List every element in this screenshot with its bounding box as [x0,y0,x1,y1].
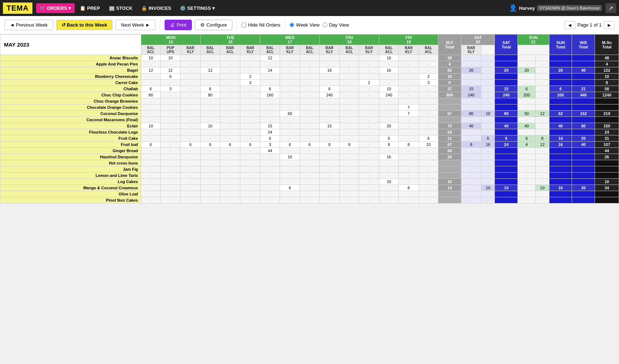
table-cell: 6 [201,142,220,148]
table-cell: 80 [141,92,160,98]
table-cell: - [461,197,481,203]
table-row: Ginger Bread------44--------44----44 [0,148,619,154]
table-cell: 12 [141,67,160,74]
sat-total-cell: 20 [495,67,518,74]
table-cell: - [340,154,359,160]
logout-button[interactable]: ↗ [606,3,616,13]
table-cell: - [220,135,240,142]
table-cell: - [220,148,240,154]
msn-total-cell: 1240 [595,92,619,98]
table-cell: - [280,67,300,74]
table-cell: 8 [319,142,339,148]
table-row: Coconut Dacquoise-------60-----7-6780109… [0,111,619,117]
table-cell: - [359,123,379,129]
table-cell: - [161,98,180,104]
table-cell: - [201,166,220,173]
we-total-cell [572,179,595,185]
table-cell: - [359,179,379,185]
product-name: Flourless Chocolate Logs [0,129,141,135]
hide-nil-label[interactable]: Hide Nil Orders [241,22,280,28]
table-cell: 40 [461,123,481,129]
table-cell: - [340,197,359,203]
table-cell: - [536,173,549,179]
msn-total-cell [595,104,619,111]
table-cell: - [280,166,300,173]
nav-invoices[interactable]: 🔒 INVOICES [138,3,175,13]
table-cell: - [419,173,438,179]
table-cell: - [220,166,240,173]
table-cell: - [359,92,379,98]
msn-total-cell: 122 [595,67,619,74]
product-name: Eclair [0,123,141,129]
next-week-button[interactable]: Next Week ► [115,20,155,30]
table-cell: - [319,74,339,80]
nav-prep[interactable]: 📋 PREP [76,3,103,13]
week-view-radio[interactable] [289,23,294,27]
thu-bal-acl: BALACL [300,45,319,55]
mf-total-cell: 4 [438,61,461,67]
table-cell: - [319,191,339,197]
table-cell: - [141,185,160,191]
table-cell: 7 [399,104,419,111]
table-cell: - [300,185,319,191]
table-cell: - [220,104,240,111]
table-cell: - [461,98,481,104]
user-name: Harvey [519,5,535,11]
table-cell: - [536,86,549,92]
nav-stock[interactable]: 🏢 STOCK [105,3,136,13]
we-total-cell: 40 [572,142,595,148]
table-cell: 6 [161,74,180,80]
table-cell: - [180,92,200,98]
table-cell: - [461,129,481,135]
sun-total-header: SUNTotal [549,35,572,55]
table-cell: - [260,111,280,117]
table-cell: - [141,129,160,135]
prev-week-button[interactable]: ◄ Previous Week [4,20,53,30]
table-cell: - [280,148,300,154]
nav-settings[interactable]: ⚙️ SETTINGS ▾ [176,3,218,13]
tue-header: TUE16 [201,35,260,45]
mf-total-cell: 67 [438,111,461,117]
table-cell: - [161,117,180,123]
table-cell: - [300,92,319,98]
table-cell: - [201,160,220,166]
table-cell: - [260,80,280,86]
nav-orders[interactable]: 🛒 ORDERS ▾ [36,3,75,13]
prep-icon: 📋 [80,5,86,11]
wed-bal-acl: BALACL [260,45,280,55]
table-cell: 6 [220,142,240,148]
table-cell: - [481,74,495,80]
table-cell: - [220,111,240,117]
we-total-cell [572,166,595,173]
table-cell: - [280,191,300,197]
day-view-label[interactable]: Day View [323,22,349,28]
we-total-cell [572,104,595,111]
page-next-button[interactable]: ► [604,21,615,29]
table-cell: - [461,191,481,197]
table-cell: - [359,117,379,123]
table-cell: - [240,160,260,166]
table-cell: - [161,173,180,179]
back-to-week-button[interactable]: ↺ Back to this Week [56,20,113,30]
print-button[interactable]: 🖨 🖨 Print Print [165,20,192,30]
table-cell: - [240,61,260,67]
week-view-label[interactable]: Week View [289,22,320,28]
sat-total-cell [495,117,518,123]
table-cell: - [260,166,280,173]
mon-header: MON15 [141,35,200,45]
table-cell: - [180,160,200,166]
page-prev-button[interactable]: ◄ [564,21,575,29]
table-cell: - [280,179,300,185]
msn-total-cell: 10 [595,179,619,185]
msn-total-cell: 26 [595,154,619,160]
fri-bal-acl: BALACL [340,45,359,55]
configure-button[interactable]: ⚙ Configure [195,20,232,30]
table-cell: - [201,148,220,154]
hide-nil-checkbox[interactable] [241,23,246,27]
product-name: Anzac Biscuits [0,55,141,61]
table-cell: - [359,74,379,80]
sat-total-cell: 24 [495,142,518,148]
day-view-radio[interactable] [323,23,327,27]
table-cell: - [340,104,359,111]
table-cell: - [481,98,495,104]
